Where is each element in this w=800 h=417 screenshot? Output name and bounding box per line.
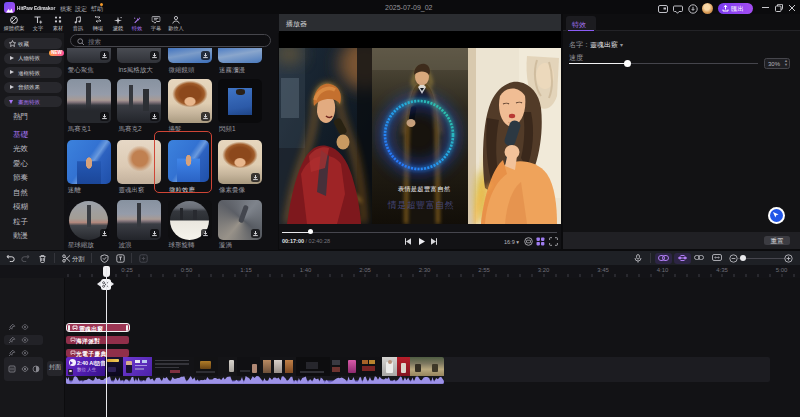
- svg-text:表情是超豐富自然: 表情是超豐富自然: [398, 185, 451, 193]
- svg-text:情是超豐富自然: 情是超豐富自然: [387, 200, 455, 210]
